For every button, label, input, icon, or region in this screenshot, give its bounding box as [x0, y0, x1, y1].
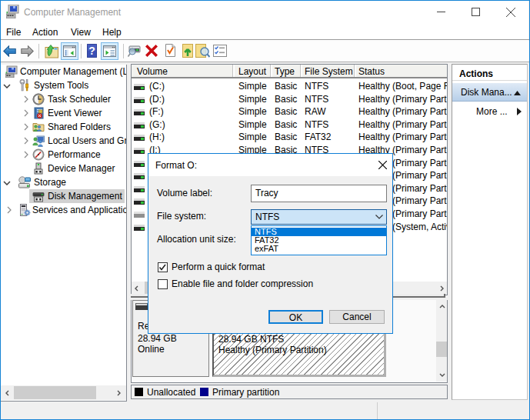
svg-text:?: ?	[88, 45, 95, 57]
